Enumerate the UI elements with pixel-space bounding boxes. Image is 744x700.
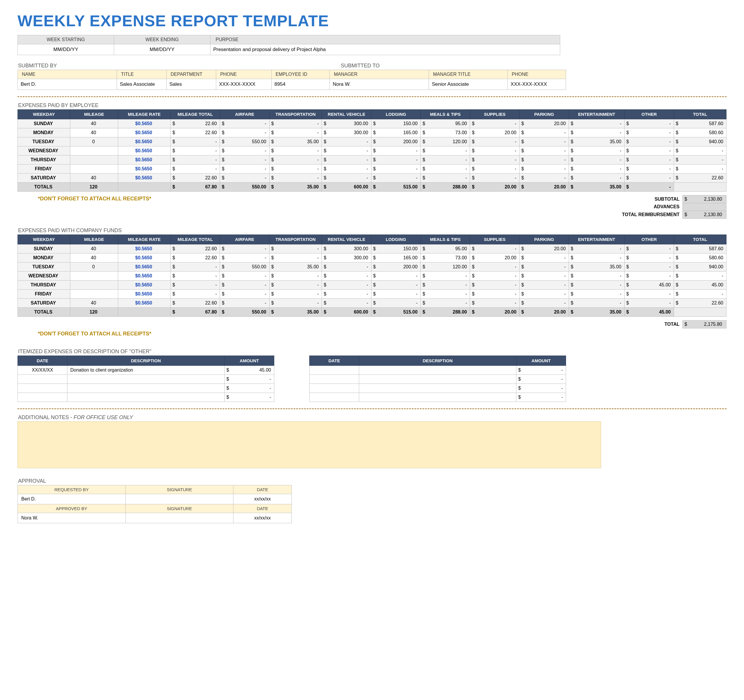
money-cell[interactable]: $- <box>269 280 322 289</box>
money-cell[interactable]: $- <box>470 280 519 289</box>
money-cell[interactable]: $- <box>674 271 726 280</box>
money-cell[interactable]: $- <box>569 271 625 280</box>
money-cell[interactable]: $600.00 <box>322 308 371 317</box>
money-cell[interactable]: $- <box>519 271 568 280</box>
money-cell[interactable]: $- <box>569 280 625 289</box>
money-cell[interactable]: $- <box>569 244 625 253</box>
money-cell[interactable]: $- <box>519 173 568 182</box>
money-cell[interactable]: $- <box>322 289 371 299</box>
money-cell[interactable]: $- <box>624 299 674 308</box>
money-cell[interactable]: $- <box>220 244 269 253</box>
money-cell[interactable]: $20.00 <box>470 308 519 317</box>
money-cell[interactable]: $300.00 <box>322 119 371 128</box>
money-cell[interactable]: $- <box>470 173 519 182</box>
money-cell[interactable]: $- <box>170 155 220 164</box>
money-cell[interactable]: $20.00 <box>519 182 568 191</box>
money-cell[interactable]: $- <box>624 155 674 164</box>
item-amount[interactable]: $- <box>225 383 274 392</box>
money-cell[interactable]: $940.00 <box>674 262 726 271</box>
money-cell[interactable]: $580.60 <box>674 128 726 137</box>
money-cell[interactable]: $- <box>170 271 220 280</box>
money-cell[interactable]: $- <box>674 164 726 173</box>
money-cell[interactable]: $- <box>569 164 625 173</box>
money-cell[interactable]: $20.00 <box>470 182 519 191</box>
money-cell[interactable]: $- <box>269 119 322 128</box>
val-phone[interactable]: XXX-XXX-XXXX <box>216 79 271 90</box>
mileage-cell[interactable]: 40 <box>70 299 118 308</box>
money-cell[interactable]: $940.00 <box>674 137 726 146</box>
money-cell[interactable]: $- <box>624 289 674 299</box>
req-sig[interactable] <box>125 494 234 504</box>
money-cell[interactable]: $45.00 <box>674 280 726 289</box>
money-cell[interactable]: $- <box>371 289 420 299</box>
app-date[interactable]: xx/xx/xx <box>234 513 292 523</box>
item-desc[interactable] <box>359 383 516 392</box>
money-cell[interactable]: $- <box>519 146 568 155</box>
money-cell[interactable]: $- <box>322 173 371 182</box>
item-date[interactable] <box>310 375 359 383</box>
money-cell[interactable]: $- <box>170 146 220 155</box>
money-cell[interactable]: $- <box>170 262 220 271</box>
req-name[interactable]: Bert D. <box>18 494 126 504</box>
money-cell[interactable]: $22.60 <box>170 128 220 137</box>
money-cell[interactable]: $- <box>322 137 371 146</box>
item-date[interactable] <box>18 375 67 383</box>
money-cell[interactable]: $35.00 <box>569 262 625 271</box>
money-cell[interactable]: $- <box>269 146 322 155</box>
money-cell[interactable]: $- <box>170 280 220 289</box>
money-cell[interactable]: $- <box>322 262 371 271</box>
money-cell[interactable]: $550.00 <box>220 262 269 271</box>
money-cell[interactable]: $- <box>322 299 371 308</box>
money-cell[interactable]: $35.00 <box>569 182 625 191</box>
money-cell[interactable]: $- <box>470 244 519 253</box>
app-name[interactable]: Nora W. <box>18 513 126 523</box>
val-title[interactable]: Sales Associate <box>117 79 166 90</box>
money-cell[interactable]: $- <box>371 155 420 164</box>
money-cell[interactable]: $35.00 <box>269 308 322 317</box>
item-amount[interactable]: $- <box>516 383 566 392</box>
money-cell[interactable]: $20.00 <box>470 128 519 137</box>
money-cell[interactable]: $120.00 <box>421 262 470 271</box>
item-desc[interactable]: Donation to client organization <box>67 366 225 375</box>
mileage-cell[interactable] <box>70 280 118 289</box>
money-cell[interactable]: $- <box>269 253 322 262</box>
money-cell[interactable]: $- <box>421 289 470 299</box>
val-mgt[interactable]: Senior Associate <box>429 79 508 90</box>
money-cell[interactable]: $- <box>322 271 371 280</box>
money-cell[interactable]: $- <box>220 164 269 173</box>
money-cell[interactable]: $- <box>371 146 420 155</box>
money-cell[interactable]: $550.00 <box>220 137 269 146</box>
mileage-cell[interactable] <box>70 155 118 164</box>
money-cell[interactable]: $- <box>470 119 519 128</box>
item-desc[interactable] <box>359 375 516 383</box>
money-cell[interactable]: $- <box>569 299 625 308</box>
money-cell[interactable]: $- <box>674 155 726 164</box>
money-cell[interactable]: $- <box>170 289 220 299</box>
money-cell[interactable]: $- <box>674 146 726 155</box>
money-cell[interactable]: $- <box>269 173 322 182</box>
money-cell[interactable]: $- <box>569 173 625 182</box>
money-cell[interactable]: $150.00 <box>371 244 420 253</box>
money-cell[interactable]: $- <box>421 155 470 164</box>
money-cell[interactable]: $587.60 <box>674 244 726 253</box>
money-cell[interactable]: $- <box>220 299 269 308</box>
val-advances[interactable] <box>683 203 726 211</box>
money-cell[interactable]: $- <box>519 128 568 137</box>
purpose[interactable]: Presentation and proposal delivery of Pr… <box>210 44 560 55</box>
money-cell[interactable]: $- <box>322 155 371 164</box>
money-cell[interactable]: $- <box>569 155 625 164</box>
item-desc[interactable] <box>67 392 225 401</box>
money-cell[interactable]: $- <box>371 164 420 173</box>
money-cell[interactable]: $- <box>220 271 269 280</box>
mileage-cell[interactable]: 0 <box>70 137 118 146</box>
item-amount[interactable]: $- <box>516 392 566 401</box>
item-date[interactable]: XX/XX/XX <box>18 366 67 375</box>
money-cell[interactable]: $95.00 <box>421 244 470 253</box>
money-cell[interactable]: $- <box>220 253 269 262</box>
mileage-cell[interactable]: 40 <box>70 173 118 182</box>
money-cell[interactable]: $300.00 <box>322 253 371 262</box>
money-cell[interactable]: $- <box>569 253 625 262</box>
money-cell[interactable]: $150.00 <box>371 119 420 128</box>
money-cell[interactable]: $- <box>269 164 322 173</box>
mileage-cell[interactable]: 40 <box>70 119 118 128</box>
